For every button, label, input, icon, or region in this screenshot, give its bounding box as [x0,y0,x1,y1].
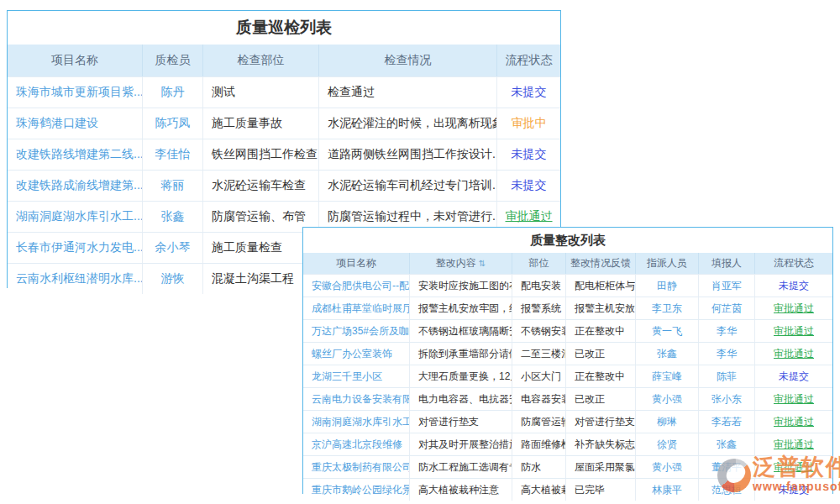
column-header[interactable]: 流程状态 [754,253,832,274]
reporter-link[interactable]: 李华 [698,320,754,342]
feedback-cell: 报警主机安放... [565,297,635,319]
column-header: 流程状态 [496,45,560,76]
status-badge[interactable]: 审批通过 [754,388,832,410]
inspector-link[interactable]: 余小琴 [142,233,202,263]
column-header: 质检员 [142,45,202,76]
table-row: 成都杜甫草堂临时展厅独立展...报警主机安放牢固，线缆连接...报警系统报警主机… [303,297,832,319]
reporter-link[interactable]: 李若若 [698,411,754,433]
inspector-link[interactable]: 陈丹 [142,77,202,108]
table-row: 万达广场35#会所及咖啡厅空...不锈钢边框玻璃隔断安装不牢...不锈钢安装..… [303,319,832,342]
assignee-link[interactable]: 田静 [635,275,698,297]
status-badge[interactable]: 未提交 [496,77,560,108]
assignee-link[interactable]: 黄小强 [635,388,698,410]
project-name-link[interactable]: 万达广场35#会所及咖啡厅空... [303,320,409,342]
part-cell: 防水 [512,456,565,478]
status-badge[interactable]: 审批通过 [754,297,832,319]
project-name-link[interactable]: 重庆太极制药有限公司亳州中... [303,456,409,478]
assignee-link[interactable]: 黄小强 [635,456,698,478]
assignee-link[interactable]: 张鑫 [635,343,698,365]
reporter-link[interactable]: 陈菲 [698,365,754,387]
project-name-link[interactable]: 改建铁路成渝线增建第... [8,171,142,201]
rectify-content-cell: 对管进行垫支 [409,411,512,433]
table-row: 龙湖三千里小区大理石质量更换，12月31日之...小区大门正在整改中薛宝峰陈菲未… [303,365,832,387]
rectification-list-title: 质量整改列表 [303,228,832,253]
reporter-link[interactable]: 李华 [698,343,754,365]
project-name-link[interactable]: 成都杜甫草堂临时展厅独立展... [303,297,409,319]
column-header: 项目名称 [8,45,142,76]
status-badge[interactable]: 未提交 [496,139,560,170]
feedback-cell: 正在整改中 [565,365,635,387]
inspection-situation-cell: 水泥砼运输车司机经过专门培训... [318,171,496,201]
project-name-link[interactable]: 珠海鹤港口建设 [8,108,142,139]
inspector-link[interactable]: 蒋丽 [142,171,202,201]
inspection-part-cell: 混凝土沟渠工程 [202,264,318,294]
assignee-link[interactable]: 徐贤 [635,433,698,455]
inspector-link[interactable]: 陈巧凤 [142,108,202,139]
reporter-link[interactable]: 何芷茵 [698,297,754,319]
assignee-link[interactable]: 黄一飞 [635,320,698,342]
status-badge[interactable]: 审批通过 [754,433,832,455]
rectify-content-cell: 拆除到承重墙部分请做好加固... [409,343,512,365]
project-name-link[interactable]: 云南水利枢纽潜明水库... [8,264,142,294]
project-name-link[interactable]: 龙湖三千里小区 [303,365,409,387]
inspection-header-row: 项目名称质检员检查部位检查情况流程状态 [8,45,560,76]
assignee-link[interactable]: 李卫东 [635,297,698,319]
inspection-situation-cell: 检查通过 [318,77,496,108]
project-name-link[interactable]: 安徽合肥供电公司--配电设备... [303,275,409,297]
part-cell: 路面维修检... [512,433,565,455]
column-header[interactable]: 整改内容⇅ [409,253,512,274]
rectify-content-cell: 安装时应按施工图的布置，将... [409,275,512,297]
assignee-link[interactable]: 薛宝峰 [635,365,698,387]
status-badge[interactable]: 审批中 [496,108,560,139]
table-row: 珠海市城市更新项目紫...陈丹测试检查通过未提交 [8,76,560,108]
status-badge[interactable]: 审批通过 [754,320,832,342]
column-header[interactable]: 填报人 [698,253,754,274]
rectify-content-cell: 不锈钢边框玻璃隔断安装不牢... [409,320,512,342]
column-header[interactable]: 整改情况反馈 [565,253,635,274]
inspection-part-cell: 防腐管运输、布管 [202,202,318,232]
inspector-link[interactable]: 李佳怡 [142,139,202,170]
assignee-link[interactable]: 林康平 [635,479,698,501]
inspector-link[interactable]: 张鑫 [142,202,202,232]
status-badge[interactable]: 未提交 [496,171,560,201]
feedback-cell: 已完毕 [565,479,635,501]
reporter-link[interactable]: 肖亚军 [698,275,754,297]
project-name-link[interactable]: 湖南洞庭湖水库引水工程施工标 [303,411,409,433]
rectify-content-cell: 防水工程施工选调有专业资质... [409,456,512,478]
status-badge[interactable]: 审批通过 [754,411,832,433]
part-cell: 电容器安装... [512,388,565,410]
table-row: 螺丝厂办公室装饰拆除到承重墙部分请做好加固...二至三楼混...已改正张鑫李华审… [303,342,832,365]
part-cell: 不锈钢安装... [512,320,565,342]
column-header[interactable]: 指派人员 [635,253,698,274]
rectify-content-cell: 对其及时开展整治措施，桥头... [409,433,512,455]
project-name-link[interactable]: 重庆市鹅岭公园绿化景观提升... [303,479,409,501]
table-row: 改建铁路线增建第二线...李佳怡铁丝网围挡工作检查道路两侧铁丝网围挡工作按设计.… [8,139,560,170]
status-badge[interactable]: 审批通过 [754,343,832,365]
table-row: 京沪高速北京段维修对其及时开展整治措施，桥头...路面维修检...补齐缺失标志.… [303,433,832,455]
feedback-cell: 正在整改中 [565,320,635,342]
table-row: 云南电力设备安装有限公司20...电力电容器、电抗器安装方案,...电容器安装.… [303,387,832,410]
status-badge[interactable]: 未提交 [754,275,832,297]
project-name-link[interactable]: 珠海市城市更新项目紫... [8,77,142,108]
project-name-link[interactable]: 京沪高速北京段维修 [303,433,409,455]
assignee-link[interactable]: 柳琳 [635,411,698,433]
project-name-link[interactable]: 改建铁路线增建第二线... [8,139,142,170]
reporter-link[interactable]: 张鑫 [698,433,754,455]
project-name-link[interactable]: 螺丝厂办公室装饰 [303,343,409,365]
status-badge[interactable]: 未提交 [754,365,832,387]
reporter-link[interactable]: 张小东 [698,388,754,410]
column-header: 检查情况 [318,45,496,76]
fanpu-watermark: 泛普软件 www.fanpusoft.com [717,455,840,493]
project-name-link[interactable]: 长春市伊通河水力发电... [8,233,142,263]
column-header[interactable]: 部位 [512,253,565,274]
inspection-part-cell: 水泥砼运输车检查 [202,171,318,201]
rectify-content-cell: 高大植被栽种注意 [409,479,512,501]
rectify-content-cell: 大理石质量更换，12月31日之... [409,365,512,387]
sort-icon[interactable]: ⇅ [479,259,486,268]
column-header[interactable]: 项目名称 [303,253,409,274]
inspection-part-cell: 施工质量事故 [202,108,318,139]
project-name-link[interactable]: 云南电力设备安装有限公司20... [303,388,409,410]
project-name-link[interactable]: 湖南洞庭湖水库引水工... [8,202,142,232]
inspection-list-title: 质量巡检列表 [8,11,560,45]
inspector-link[interactable]: 游恢 [142,264,202,294]
